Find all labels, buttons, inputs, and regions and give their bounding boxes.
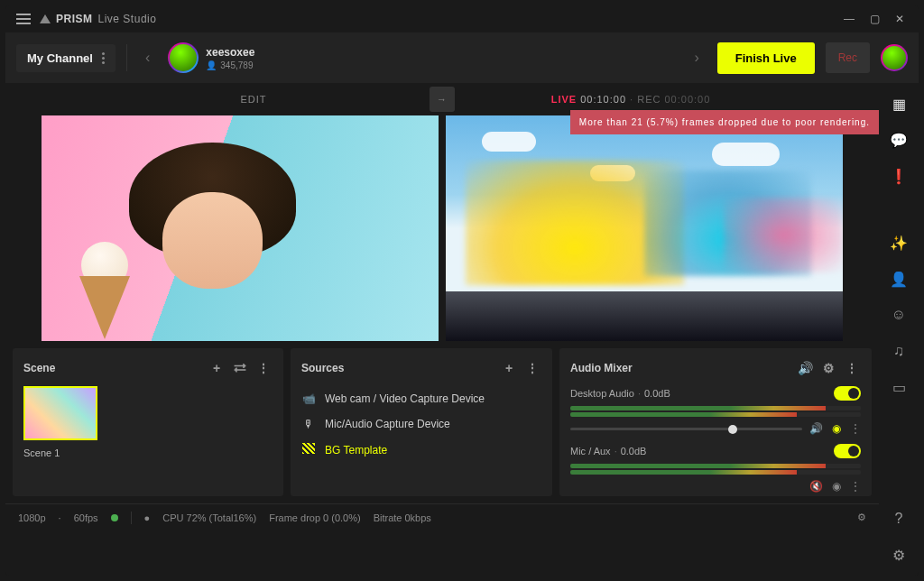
track-menu-icon[interactable]: ⋮ xyxy=(850,480,861,493)
volume-slider[interactable] xyxy=(570,428,802,430)
rec-time: 00:00:00 xyxy=(665,94,711,105)
record-button[interactable]: Rec xyxy=(826,42,870,73)
source-label: Web cam / Video Capture Device xyxy=(325,392,485,405)
framerate: 60fps xyxy=(74,512,98,523)
bitrate: Bitrate 0kbps xyxy=(374,512,431,523)
mixer-panel-title: Audio Mixer xyxy=(570,362,633,374)
audio-meter xyxy=(570,406,861,410)
mute-icon[interactable]: 🔇 xyxy=(809,480,823,493)
resolution: 1080p xyxy=(18,512,46,523)
edit-preview[interactable] xyxy=(42,115,439,341)
sticker-icon[interactable]: ☺ xyxy=(887,303,910,327)
user-info[interactable]: xeesoxee 👤 345,789 xyxy=(168,42,254,73)
arrow-right-icon: → xyxy=(437,94,448,105)
cpu-icon: ● xyxy=(144,512,151,523)
track-menu-icon[interactable]: ⋮ xyxy=(850,422,861,435)
scene-menu-button[interactable]: ⋮ xyxy=(254,359,273,377)
person-icon: 👤 xyxy=(206,60,217,70)
next-arrow[interactable]: › xyxy=(687,50,706,66)
sources-menu-button[interactable]: ⋮ xyxy=(523,359,541,377)
live-status: LIVE 00:10:00 · REC 00:00:00 xyxy=(455,94,807,105)
scene-studio-button[interactable]: ⮂ xyxy=(231,359,249,377)
profile-avatar[interactable] xyxy=(881,44,908,71)
framedrop-alert: More than 21 (5.7%) frames dropped due t… xyxy=(570,110,879,134)
mixer-menu-button[interactable]: ⋮ xyxy=(843,359,861,377)
follower-count: 👤 345,789 xyxy=(206,60,254,70)
camera-icon: 📹 xyxy=(301,392,316,405)
live-label: LIVE xyxy=(551,94,577,105)
prism-icon xyxy=(40,14,51,23)
effects-icon[interactable]: ✨ xyxy=(887,231,910,254)
close-button[interactable]: ✕ xyxy=(892,11,908,27)
sources-panel-title: Sources xyxy=(301,362,344,374)
mixer-settings-button[interactable]: ⚙ xyxy=(819,359,837,377)
kebab-icon[interactable] xyxy=(102,52,105,64)
channel-label: My Channel xyxy=(27,51,93,65)
menu-icon[interactable] xyxy=(16,14,31,24)
username: xeesoxee xyxy=(206,46,254,59)
header: My Channel ‹ xeesoxee 👤 345,789 › Finish… xyxy=(5,32,919,83)
status-dot-icon xyxy=(111,514,118,521)
app-subtitle: Live Studio xyxy=(98,13,157,25)
prev-arrow[interactable]: ‹ xyxy=(138,50,157,66)
scene-panel: Scene + ⮂ ⋮ Scene 1 xyxy=(13,348,283,496)
mixer-volume-icon[interactable]: 🔊 xyxy=(796,359,814,377)
track-name: Mic / Aux xyxy=(570,446,611,456)
framedrop: Frame drop 0 (0.0%) xyxy=(269,512,360,523)
mixer-track-desktop: Desktop Audio · 0.0dB 🔊 ◉ ⋮ xyxy=(570,386,861,435)
person-icon[interactable]: 👤 xyxy=(887,267,910,290)
titlebar: PRISM Live Studio — ▢ ✕ xyxy=(5,5,919,32)
source-item-mic[interactable]: 🎙 Mic/Audio Capture Device xyxy=(301,411,541,437)
music-icon[interactable]: ♫ xyxy=(887,339,910,363)
live-time: 00:10:00 xyxy=(580,94,626,105)
source-label: BG Template xyxy=(325,444,387,456)
transition-button[interactable]: → xyxy=(430,87,455,112)
sources-panel: Sources + ⋮ 📹 Web cam / Video Capture De… xyxy=(291,348,552,496)
source-item-bg-template[interactable]: BG Template xyxy=(301,437,541,463)
app-name: PRISM xyxy=(56,13,93,25)
app-logo: PRISM Live Studio xyxy=(40,13,156,25)
rec-label: REC xyxy=(637,94,661,105)
bottom-panels: Scene + ⮂ ⋮ Scene 1 Sources + ⋮ 📹 Web ca… xyxy=(5,341,879,503)
device-icon[interactable]: ▭ xyxy=(887,375,910,399)
alert-icon[interactable]: ❗ xyxy=(887,164,910,188)
preview-toolbar: EDIT → LIVE 00:10:00 · REC 00:00:00 More… xyxy=(5,83,879,115)
source-label: Mic/Audio Capture Device xyxy=(325,418,450,430)
scene-label: Scene 1 xyxy=(23,447,273,458)
grid-icon[interactable]: ▦ xyxy=(887,92,910,115)
right-sidebar: ▦ 💬 ❗ ✨ 👤 ☺ ♫ ▭ ? ⚙ xyxy=(879,83,919,576)
finish-live-button[interactable]: Finish Live xyxy=(717,42,815,74)
track-toggle[interactable] xyxy=(834,386,861,401)
channel-selector[interactable]: My Channel xyxy=(16,44,116,72)
track-toggle[interactable] xyxy=(834,444,861,458)
settings-icon[interactable]: ⚙ xyxy=(887,543,910,567)
statusbar-settings-button[interactable]: ⚙ xyxy=(857,512,866,523)
scene-panel-title: Scene xyxy=(23,362,55,374)
track-db: 0.0dB xyxy=(621,446,647,456)
minimize-button[interactable]: — xyxy=(841,11,857,27)
edit-label: EDIT xyxy=(78,94,430,105)
mic-icon: 🎙 xyxy=(301,418,316,430)
track-db: 0.0dB xyxy=(644,388,670,399)
cpu-usage: CPU 72% (Total16%) xyxy=(162,512,256,523)
user-avatar xyxy=(168,42,199,73)
audio-meter xyxy=(570,464,861,468)
chat-icon[interactable]: 💬 xyxy=(887,128,910,152)
audio-mixer-panel: Audio Mixer 🔊 ⚙ ⋮ Desktop Audio · 0.0dB … xyxy=(559,348,872,496)
add-scene-button[interactable]: + xyxy=(208,359,226,377)
mixer-track-mic: Mic / Aux · 0.0dB 🔇 ◉ ⋮ xyxy=(570,444,861,493)
help-icon[interactable]: ? xyxy=(887,507,910,530)
track-name: Desktop Audio xyxy=(570,388,634,399)
audio-meter xyxy=(570,412,861,417)
preview-area xyxy=(5,115,879,341)
maximize-button[interactable]: ▢ xyxy=(866,11,882,27)
monitor-icon[interactable]: ◉ xyxy=(832,422,841,435)
add-source-button[interactable]: + xyxy=(500,359,518,377)
scene-thumbnail[interactable] xyxy=(23,386,97,440)
live-preview[interactable] xyxy=(446,115,843,341)
monitor-icon[interactable]: ◉ xyxy=(832,480,841,493)
source-item-webcam[interactable]: 📹 Web cam / Video Capture Device xyxy=(301,386,541,411)
audio-meter xyxy=(570,470,861,475)
stripes-icon xyxy=(301,443,316,456)
speaker-icon[interactable]: 🔊 xyxy=(809,422,823,435)
